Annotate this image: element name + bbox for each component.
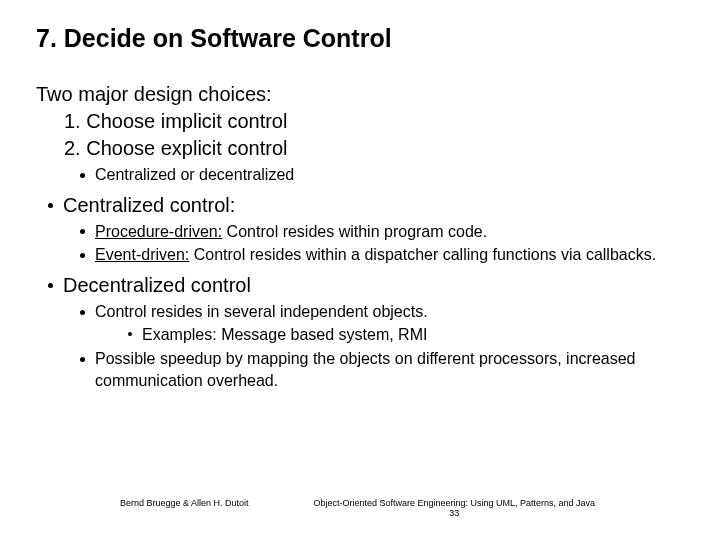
footer-page: 33 xyxy=(249,508,660,518)
decentralized-heading: Decentralized control xyxy=(63,272,251,299)
centralized-proc-row: Procedure-driven: Control resides within… xyxy=(36,221,684,243)
proc-label: Procedure-driven: xyxy=(95,223,222,240)
centralized-heading-row: Centralized control: xyxy=(36,192,684,219)
bullet-icon xyxy=(80,357,85,362)
decentralized-examples: Examples: Message based system, RMI xyxy=(142,324,427,346)
centralized-event-row: Event-driven: Control resides within a d… xyxy=(36,244,684,266)
intro-lead: Two major design choices: xyxy=(36,81,684,108)
decentralized-line1: Control resides in several independent o… xyxy=(95,301,428,323)
footer-authors: Bernd Bruegge & Allen H. Dutoit xyxy=(0,498,249,518)
slide: 7. Decide on Software Control Two major … xyxy=(0,0,720,540)
bullet-icon xyxy=(48,203,53,208)
centralized-proc: Procedure-driven: Control resides within… xyxy=(95,221,487,243)
decentralized-line1-row: Control resides in several independent o… xyxy=(36,301,684,323)
decentralized-examples-row: Examples: Message based system, RMI xyxy=(36,324,684,346)
intro-choice-1: 1. Choose implicit control xyxy=(36,108,684,135)
intro-choice-2: 2. Choose explicit control xyxy=(36,135,684,162)
event-text: Control resides within a dispatcher call… xyxy=(189,246,656,263)
proc-text: Control resides within program code. xyxy=(222,223,487,240)
explicit-sub-text: Centralized or decentralized xyxy=(95,164,294,186)
bullet-icon xyxy=(80,310,85,315)
decentralized-line2-row: Possible speedup by mapping the objects … xyxy=(36,348,684,391)
event-label: Event-driven: xyxy=(95,246,189,263)
footer-right: Object-Oriented Software Engineering: Us… xyxy=(249,498,720,518)
bullet-icon xyxy=(48,283,53,288)
bullet-icon xyxy=(80,173,85,178)
bullet-icon xyxy=(128,332,132,336)
bullet-icon xyxy=(80,229,85,234)
bullet-icon xyxy=(80,253,85,258)
slide-footer: Bernd Bruegge & Allen H. Dutoit Object-O… xyxy=(0,498,720,518)
slide-title: 7. Decide on Software Control xyxy=(36,24,684,53)
footer-book: Object-Oriented Software Engineering: Us… xyxy=(249,498,660,508)
decentralized-heading-row: Decentralized control xyxy=(36,272,684,299)
centralized-heading: Centralized control: xyxy=(63,192,235,219)
explicit-sub-item: Centralized or decentralized xyxy=(36,164,684,186)
decentralized-line2: Possible speedup by mapping the objects … xyxy=(95,348,684,391)
centralized-event: Event-driven: Control resides within a d… xyxy=(95,244,656,266)
